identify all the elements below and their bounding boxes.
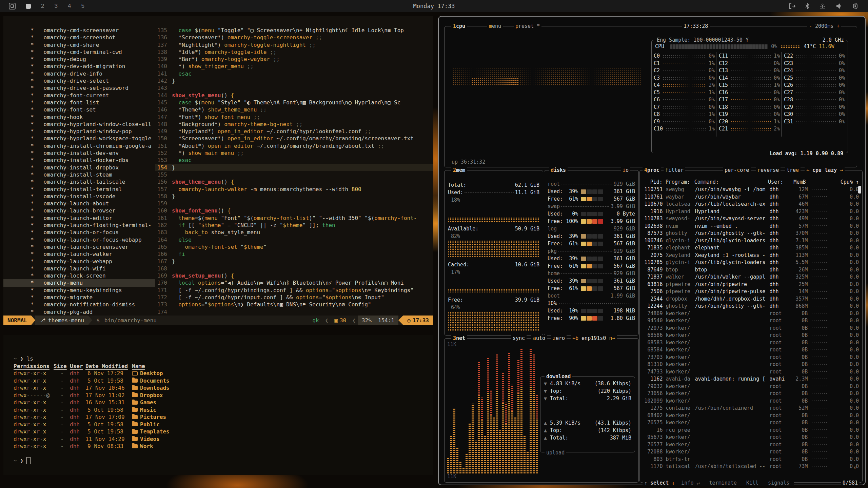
code-buffer[interactable]: 135 case $(menu "Toggle" "▢ Screensaver\… — [155, 27, 433, 316]
interface-switcher[interactable]: ←b enp191s0 n→ — [571, 335, 617, 341]
kill-button[interactable]: Kill — [742, 480, 763, 486]
proc-row[interactable]: 63816 pipewire/usr/bin/pipewiredhh25M0.0 — [643, 281, 859, 288]
terminate-button[interactable]: terminate — [705, 480, 742, 486]
file-list-item[interactable]: * omarchy-install-dropbox — [3, 164, 155, 171]
sort-prev[interactable]: ← — [806, 167, 812, 173]
file-list-item[interactable]: * omarchy-install-chromium-google-a — [3, 142, 155, 149]
proc-row[interactable]: 71837 walker/usr/bin/walker --gappldhh32… — [643, 273, 859, 281]
proc-row[interactable]: 72088 kworker/root0B0.0 — [643, 448, 859, 456]
proc-row[interactable]: 87649 btopbtopdhh26M0.0 — [643, 266, 859, 274]
file-list-item[interactable]: * omarchy-font-list — [3, 99, 155, 106]
file-list-item[interactable]: * omarchy-install-terminal — [3, 186, 155, 193]
file-list-item[interactable]: * omarchy-hyprland-window-pop — [3, 128, 155, 135]
file-list-item[interactable]: * omarchy-launch-editor — [3, 215, 155, 222]
file-list-item[interactable]: * omarchy-launch-webapp — [3, 258, 155, 265]
update-interval[interactable]: - 2000ms + — [807, 23, 841, 29]
proc-row[interactable]: 106746 glycin-i/usr/lib/glycin-loadersdh… — [643, 237, 859, 245]
proc-row[interactable]: 79032 kworker/root0B0.0 — [643, 383, 859, 390]
proc-row[interactable]: 95673 kworker/root0B0.0 — [643, 434, 859, 441]
file-list-item[interactable]: * omarchy-drive-select — [3, 77, 155, 84]
file-list-item[interactable]: * omarchy-install-vscode — [3, 193, 155, 200]
proc-row[interactable]: 102099 kworker/root0B0.0 — [643, 398, 859, 405]
interval-decrease[interactable]: - — [809, 23, 815, 29]
file-list-item[interactable]: * omarchy-dev-add-migration — [3, 63, 155, 70]
interval-increase[interactable]: + — [833, 23, 840, 29]
proc-row[interactable]: 803 btrfs-trroot0B0.0 — [643, 456, 859, 463]
proc-row[interactable]: 74733 kworker/root0B0.0 — [643, 368, 859, 376]
proc-scrollbar[interactable] — [858, 186, 861, 194]
file-list-item[interactable]: * omarchy-launch-browser — [3, 207, 155, 214]
io-button[interactable]: io — [621, 167, 630, 173]
file-list-item[interactable]: * omarchy-cmd-share — [3, 41, 155, 48]
proc-row[interactable]: 110670 localsea/usr/lib/localsearch-exdh… — [643, 201, 859, 208]
file-list-item[interactable]: * omarchy-notification-dismiss — [3, 301, 155, 308]
proc-row[interactable]: 1170 tailscal/usr/sbin/tailscaled --root… — [643, 463, 859, 470]
file-list-item[interactable]: * omarchy-launch-about — [3, 200, 155, 207]
proc-row[interactable]: 102638 nvimnvim --embed .dhh57M0.0 — [643, 223, 859, 230]
file-list-item[interactable]: * omarchy-font-set — [3, 106, 155, 113]
sort-selector[interactable]: ← cpu lazy → — [805, 167, 845, 173]
proc-row[interactable]: 110761 waybar/usr/bin/waybardhh67M0.0 — [643, 194, 859, 201]
proc-row[interactable]: 76577 kworker/root0B0.0 — [643, 441, 859, 449]
sync-button[interactable]: sync — [511, 335, 527, 341]
file-list-item[interactable]: * omarchy-install-steam — [3, 171, 155, 178]
proc-row[interactable]: 1162 avahi-daavahi-daemon: running [avah… — [643, 375, 859, 383]
proc-row[interactable]: 68584 kworker/root0B0.0 — [643, 346, 859, 354]
file-list-item[interactable]: * omarchy-launch-or-focus — [3, 229, 155, 236]
select-control[interactable]: ↑ select ↓ — [643, 480, 676, 486]
proc-row[interactable]: 71835 elephantelephantdhh385M0.0 — [643, 244, 859, 252]
file-list-item[interactable]: * omarchy-drive-set-password — [3, 84, 155, 92]
file-list-item[interactable]: * omarchy-cmd-screensaver — [3, 27, 155, 34]
proc-row[interactable]: 68586 kworker/root0B0.0 — [643, 332, 859, 339]
proc-row[interactable]: 110783 swayosd-/usr/bin/swayosd-serverdh… — [643, 215, 859, 223]
proc-row[interactable]: 110785 glycin-i/usr/lib/glycin-loadersdh… — [643, 259, 859, 266]
file-list-item[interactable]: * omarchy-install-dev-env — [3, 149, 155, 157]
proc-row[interactable]: 110751 swaybg/usr/bin/swaybg -i /homdhh1… — [643, 186, 859, 194]
proc-row[interactable]: 12244 ghostty/usr/bin/ghostty --gtk-dhh8… — [643, 303, 859, 310]
filter-button[interactable]: filter — [664, 167, 685, 173]
proc-row[interactable]: 68402 kworker/root0B0.0 — [643, 412, 859, 420]
file-list-item[interactable]: * omarchy-hyprland-workspace-toggle — [3, 135, 155, 142]
file-list-item[interactable]: * omarchy-launch-or-focus-webapp — [3, 236, 155, 243]
file-list-item[interactable]: * omarchy-launch-walker — [3, 250, 155, 258]
file-list-item[interactable]: * omarchy-pkg-add — [3, 308, 155, 316]
proc-row[interactable]: 1275 containe/usr/bin/containerdroot52M0… — [643, 405, 859, 412]
preset-button[interactable]: preset * — [514, 23, 541, 29]
proc-row[interactable]: 16 rcu_preeroot0B0.0 — [643, 427, 859, 434]
proc-row[interactable]: 1916 HyprlandHyprlanddhh423M0.0 — [643, 208, 859, 216]
info-button[interactable]: info ↵ — [676, 480, 704, 486]
file-list-item[interactable]: * omarchy-cmd-terminal-cwd — [3, 48, 155, 56]
file-list-item[interactable]: * omarchy-install-tailscale — [3, 178, 155, 185]
file-list-item[interactable]: * omarchy-hyprland-window-close-all — [3, 121, 155, 128]
file-list-item[interactable]: * omarchy-drive-info — [3, 70, 155, 77]
up-arrow-icon[interactable]: ↑ — [644, 480, 650, 486]
proc-row[interactable]: 2544 dropbox/home/dhh/.dropbox-distdhh35… — [643, 296, 859, 303]
file-list-item[interactable]: * omarchy-launch-floating-terminal- — [3, 222, 155, 229]
proc-row[interactable]: 87573 ghostty/usr/bin/ghostty --gtk-dhh3… — [643, 230, 859, 237]
file-list-item[interactable]: * omarchy-cmd-screenshot — [3, 34, 155, 41]
proc-row[interactable]: 2506 pipewire/usr/bin/pipewire-pulsedhh1… — [643, 288, 859, 296]
file-list-item[interactable]: * omarchy-menu — [3, 279, 155, 286]
proc-row[interactable]: 73656 kworker/root0B0.0 — [643, 390, 859, 398]
proc-row[interactable]: 94540 kworker/root0B0.0 — [643, 317, 859, 325]
zero-button[interactable]: zero — [551, 335, 567, 341]
per-core-button[interactable]: per-core — [723, 167, 751, 173]
prev-interface[interactable]: ←b — [572, 335, 581, 341]
file-list-item[interactable]: * omarchy-lock-screen — [3, 272, 155, 279]
file-list-item[interactable]: * omarchy-hook — [3, 114, 155, 121]
reverse-button[interactable]: reverse — [756, 167, 781, 173]
auto-button[interactable]: auto — [531, 335, 547, 341]
file-list-item[interactable]: * omarchy-launch-wifi — [3, 265, 155, 272]
menu-button[interactable]: menu — [487, 23, 503, 29]
proc-row[interactable]: 68583 kworker/root0B0.0 — [643, 339, 859, 347]
proc-row[interactable]: 2075 XwaylandXwayland :1 -rootless -dhh1… — [643, 252, 859, 259]
tree-button[interactable]: tree — [785, 167, 801, 173]
scroll-more-icon[interactable]: ↓ — [853, 464, 856, 470]
file-list-item[interactable]: * omarchy-install-docker-dbs — [3, 157, 155, 164]
signals-button[interactable]: signals — [763, 480, 794, 486]
file-list-item[interactable]: * omarchy-migrate — [3, 294, 155, 301]
next-interface[interactable]: n→ — [609, 335, 615, 341]
sort-next[interactable]: → — [840, 167, 843, 173]
file-list-item[interactable]: * omarchy-debug — [3, 56, 155, 63]
proc-row[interactable]: 73703 kworker/root0B0.0 — [643, 354, 859, 361]
